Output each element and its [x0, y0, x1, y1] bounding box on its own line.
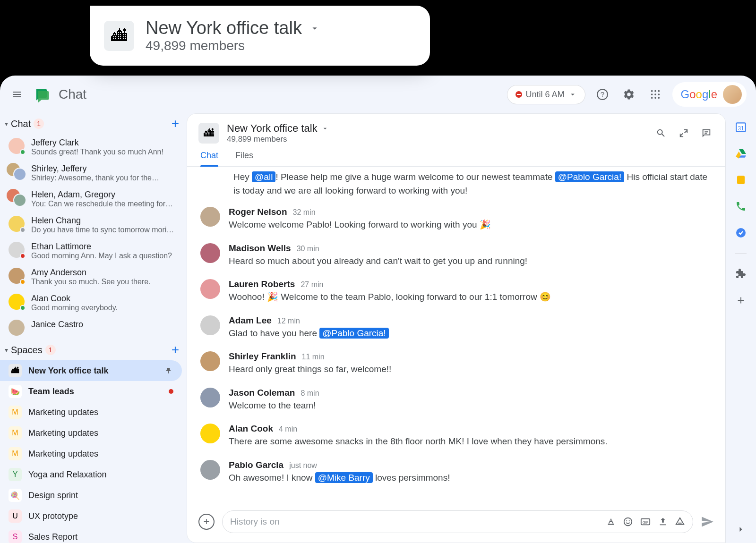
- space-title[interactable]: New York office talk: [227, 122, 329, 135]
- chat-item-name: Ethan Lattimore: [31, 242, 172, 252]
- space-item-label: UX prototype: [28, 511, 173, 521]
- avatar: [9, 242, 25, 258]
- app-window: Chat Until 6 AM ? Google ▾ Chat 1 +: [0, 76, 756, 543]
- mention-chip[interactable]: @all: [252, 171, 275, 182]
- chat-item-snippet: Shirley: Awesome, thank you for the…: [31, 174, 159, 182]
- tab-chat[interactable]: Chat: [200, 151, 218, 166]
- spaces-section-header[interactable]: ▾ Spaces 1 +: [0, 339, 187, 360]
- space-item-label: Sales Report: [28, 532, 173, 542]
- chat-list-item[interactable]: Janice Castro: [0, 316, 187, 339]
- send-button[interactable]: [701, 515, 714, 528]
- format-text-icon[interactable]: [606, 517, 616, 527]
- calendar-icon[interactable]: 31: [735, 121, 747, 133]
- message-author: Pablo Garcia: [229, 460, 284, 470]
- chat-list-item[interactable]: Helen, Adam, GregoryYou: Can we reschedu…: [0, 186, 187, 212]
- space-list-item[interactable]: MMarketing updates: [0, 423, 182, 443]
- space-list-item[interactable]: 🍭Design sprint: [0, 485, 182, 506]
- mention-chip[interactable]: @Mike Barry: [315, 472, 373, 483]
- avatar: [9, 138, 25, 154]
- space-list-item[interactable]: YYoga and Relaxation: [0, 464, 182, 485]
- space-list-item[interactable]: MMarketing updates: [0, 443, 182, 464]
- message-avatar: [200, 351, 220, 371]
- addons-icon[interactable]: [735, 268, 747, 280]
- tasks-icon[interactable]: [735, 227, 747, 239]
- space-icon: U: [9, 509, 22, 523]
- message-avatar: [200, 388, 220, 407]
- upload-icon[interactable]: [658, 517, 668, 527]
- message-author: Shirley Franklin: [229, 351, 296, 362]
- spaces-section-label: Spaces: [11, 345, 43, 356]
- keep-icon[interactable]: [735, 174, 747, 186]
- account-chip[interactable]: Google: [672, 82, 747, 107]
- chat-unread-badge: 1: [34, 119, 44, 129]
- help-button[interactable]: ?: [593, 85, 612, 104]
- mention-chip[interactable]: @Pablo Garcia!: [555, 171, 624, 182]
- search-in-space-button[interactable]: [653, 126, 669, 141]
- chat-item-snippet: Sounds great! Thank you so much Ann!: [31, 148, 163, 156]
- chat-item-name: Helen Chang: [31, 216, 174, 226]
- add-attachment-button[interactable]: +: [198, 514, 215, 530]
- new-chat-button[interactable]: +: [172, 116, 179, 131]
- emoji-icon[interactable]: [623, 517, 633, 527]
- message: Lauren Roberts27 min Woohoo! 🎉 Welcome t…: [200, 279, 712, 304]
- dnd-status-pill[interactable]: Until 6 AM: [507, 85, 585, 104]
- message-text: Welcome welcome Pablo! Looking forward t…: [229, 218, 491, 232]
- drive-icon[interactable]: [675, 517, 685, 527]
- drive-icon[interactable]: [735, 147, 747, 160]
- space-list-item[interactable]: SSales Report: [0, 526, 182, 543]
- chat-list-item[interactable]: Ethan LattimoreGood morning Ann. May I a…: [0, 238, 187, 264]
- apps-grid-button[interactable]: [646, 85, 665, 104]
- chat-list-item[interactable]: Helen ChangDo you have time to sync tomo…: [0, 212, 187, 238]
- composer-placeholder: History is on: [230, 517, 599, 527]
- message-timestamp: 4 min: [279, 425, 297, 433]
- chat-list-item[interactable]: Jeffery ClarkSounds great! Thank you so …: [0, 134, 187, 160]
- message-text: Heard so much about you already and can'…: [229, 255, 527, 268]
- message-list[interactable]: Hey @all! Please help me give a huge war…: [187, 167, 725, 507]
- message-author: Lauren Roberts: [229, 279, 295, 289]
- svg-text:GIF: GIF: [643, 520, 649, 525]
- message-text: Glad to have you here @Pablo Garcia!: [229, 327, 389, 340]
- space-icon: Y: [9, 468, 22, 481]
- app-title: Chat: [59, 87, 86, 102]
- svg-point-4: [658, 90, 660, 92]
- conversation-header: 🏙 New York office talk 49,899 members: [187, 114, 725, 144]
- voice-icon[interactable]: [735, 200, 747, 212]
- expand-rail-button[interactable]: [735, 523, 747, 535]
- message-timestamp: just now: [289, 461, 317, 470]
- collapse-panel-button[interactable]: [676, 126, 691, 141]
- settings-button[interactable]: [619, 85, 638, 104]
- callout-space-avatar: 🏙: [104, 21, 134, 51]
- avatar: [9, 294, 25, 310]
- message-timestamp: 32 min: [293, 208, 316, 217]
- space-list-item[interactable]: 🍉Team leads: [0, 381, 182, 402]
- svg-point-3: [654, 90, 656, 92]
- message: Shirley Franklin11 min Heard only great …: [200, 351, 712, 376]
- gif-icon[interactable]: GIF: [640, 517, 651, 527]
- space-list-item[interactable]: 🏙New York office talk: [0, 360, 182, 381]
- tab-files[interactable]: Files: [235, 151, 253, 166]
- message: Adam Lee12 min Glad to have you here @Pa…: [200, 315, 712, 340]
- chat-list-item[interactable]: Alan CookGood morning everybody.: [0, 290, 187, 316]
- pin-icon: [165, 366, 173, 375]
- chat-section-header[interactable]: ▾ Chat 1 +: [0, 113, 187, 134]
- message-author: Roger Nelson: [229, 207, 287, 217]
- message-text: There are some awesome snacks in the 8th…: [229, 435, 608, 449]
- svg-point-6: [654, 93, 656, 95]
- message-timestamp: 27 min: [301, 280, 323, 289]
- space-list-item[interactable]: UUX prototype: [0, 506, 182, 526]
- chat-list-item[interactable]: Shirley, JefferyShirley: Awesome, thank …: [0, 160, 187, 186]
- add-addon-button[interactable]: [735, 294, 747, 306]
- chat-list-item[interactable]: Amy AndersonThank you so much. See you t…: [0, 264, 187, 290]
- space-item-label: Team leads: [28, 387, 162, 397]
- avatar-stack: [9, 164, 25, 180]
- new-space-button[interactable]: +: [172, 342, 179, 357]
- mention-chip[interactable]: @Pablo Garcia!: [319, 328, 388, 339]
- space-list-item[interactable]: MMarketing updates: [0, 402, 182, 423]
- google-wordmark: Google: [681, 88, 717, 101]
- thread-panel-button[interactable]: [699, 126, 714, 141]
- presence-indicator: [20, 279, 26, 285]
- presence-indicator: [20, 227, 26, 233]
- svg-text:?: ?: [600, 90, 604, 98]
- message-input[interactable]: History is on GIF: [222, 510, 693, 533]
- main-menu-button[interactable]: [9, 87, 25, 102]
